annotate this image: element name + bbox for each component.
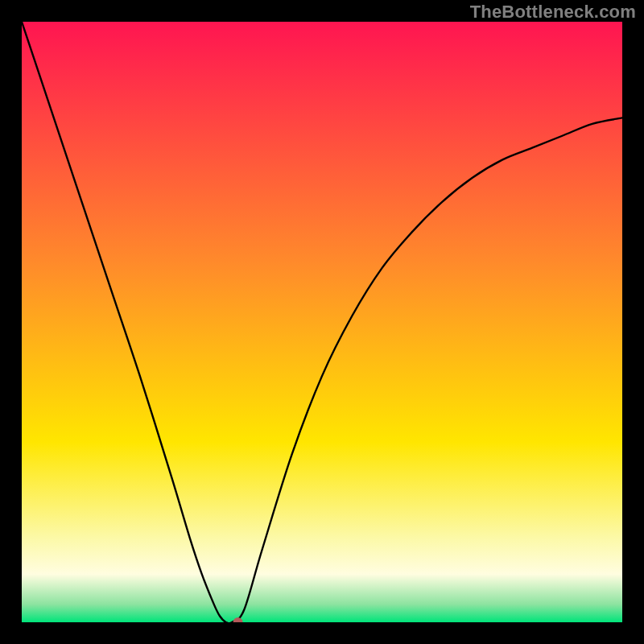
bottleneck-chart (22, 22, 622, 622)
chart-frame: TheBottleneck.com (0, 0, 644, 644)
gradient-background (22, 22, 622, 622)
watermark-text: TheBottleneck.com (470, 2, 636, 23)
